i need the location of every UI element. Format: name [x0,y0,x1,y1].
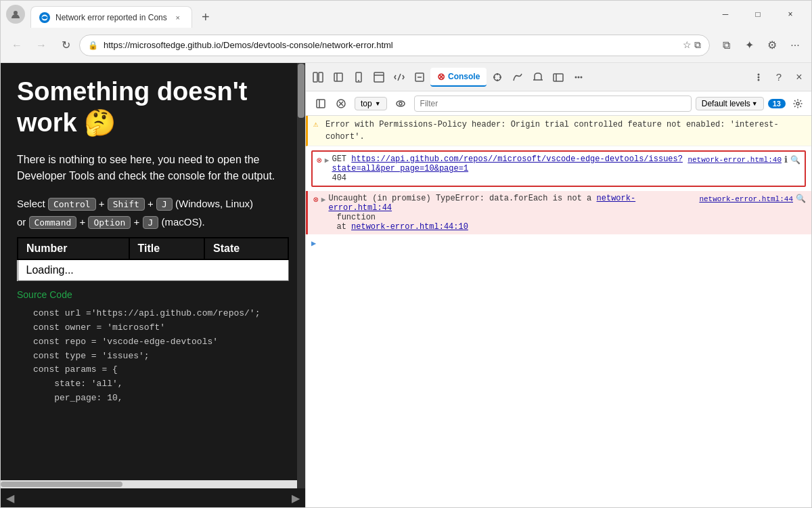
get-source-link[interactable]: network-error.html:40 [687,156,782,164]
code-block: const url ='https://api.github.com/repos… [17,304,289,408]
browser-window: Network error reported in Cons × + ─ □ ×… [0,0,812,508]
warning-text: Error with Permissions-Policy header: Or… [325,119,806,143]
svg-point-24 [758,73,760,75]
devtools-top-toolbar: ⊗ Console [306,63,811,91]
col-state: State [204,238,288,259]
new-tab-button[interactable]: + [195,6,217,28]
devtools-help-button[interactable]: ? [769,68,788,87]
level-selector[interactable]: Default levels ▼ [696,97,764,110]
control-key: Control [48,198,96,211]
tab-memory[interactable] [528,68,547,87]
close-button[interactable]: × [775,3,806,25]
typeerror-content: Uncaught (in promise) TypeError: data.fo… [328,194,696,232]
get-info-icon[interactable]: ℹ [784,154,788,165]
command-key: Command [29,216,77,229]
tab-network-code[interactable] [390,68,409,87]
console-sidebar-btn[interactable] [311,94,330,113]
url-bar-actions: ☆ ⧉ [683,39,701,51]
code-line-7: per_page: 10, [17,391,289,406]
get-search-icon[interactable]: 🔍 [790,155,800,165]
more-button[interactable]: ··· [784,35,806,56]
webpage-scroll-thumb[interactable] [1,482,122,487]
console-settings-btn[interactable] [790,96,806,112]
typeerror-detail: function [328,213,696,222]
plus4: + [134,216,140,228]
scroll-left-btn[interactable]: ◀ [6,492,14,505]
devtools-sidebar-toggle[interactable] [309,68,328,87]
url-bar[interactable]: 🔒 https://microsoftedge.github.io/Demos/… [79,35,710,56]
minimize-button[interactable]: ─ [710,3,741,25]
svg-point-22 [581,76,583,78]
browser-toolbar: ⧉ ✦ ⚙ ··· [715,35,806,56]
tab-sources[interactable] [488,68,507,87]
devtools-close-button[interactable]: × [790,68,809,87]
get-expand-arrow[interactable]: ▶ [325,156,330,165]
tab-console[interactable]: ⊗ Console [430,68,487,87]
svg-point-26 [758,79,760,81]
tab-device[interactable] [410,68,429,87]
tab-more[interactable] [569,68,588,87]
tab-title: Network error reported in Cons [55,13,167,22]
tab-application[interactable] [549,68,568,87]
typeerror-icon: ⊗ [313,194,319,205]
select-label: Select [17,198,45,209]
devtools-more-options[interactable] [749,68,768,87]
keyboard-hint-line1: Select Control + Shift + J (Windows, Lin… [17,198,289,211]
profile-avatar[interactable] [6,5,25,24]
data-table: Number Title State Loading... [17,237,289,281]
typeerror-search-icon[interactable]: 🔍 [796,194,806,204]
devtools-console-toolbar: top ▼ Default levels ▼ 13 [306,91,811,116]
tab-performance[interactable] [508,68,527,87]
typeerror-at: at network-error.html:44:10 [328,222,696,232]
option-key: Option [88,216,131,229]
plus3: + [79,216,85,228]
refresh-button[interactable]: ↻ [55,35,76,56]
favorites-icon[interactable]: ☆ [683,39,692,51]
typeerror-message: ⊗ ▶ Uncaught (in promise) TypeError: dat… [306,191,811,234]
tab-close-button[interactable]: × [173,12,183,23]
lock-icon: 🔒 [88,41,98,50]
typeerror-row: ⊗ ▶ Uncaught (in promise) TypeError: dat… [313,194,806,232]
typeerror-expand-arrow[interactable]: ▶ [321,195,326,204]
scroll-right-btn[interactable]: ▶ [292,492,300,505]
or-label: or [17,216,26,228]
svg-rect-27 [317,100,325,108]
collections-icon[interactable]: ⧉ [694,39,701,51]
split-screen-button[interactable]: ⧉ [715,35,737,56]
webpage-right-scroll-thumb[interactable] [298,64,304,118]
webpage-scrollbar[interactable] [1,480,297,488]
svg-rect-2 [313,72,317,82]
typeerror-at-link[interactable]: network-error.html:44:10 [351,222,468,232]
webpage-right-scrollbar[interactable] [297,63,305,488]
code-line-3: const repo = 'vscode-edge-devtools' [17,335,289,350]
typeerror-source-link[interactable]: network-error.html:44 [699,195,793,203]
j-key2: J [143,216,159,229]
shift-key: Shift [108,198,145,211]
tab-elements[interactable] [369,68,388,87]
col-number: Number [18,238,129,259]
active-tab[interactable]: Network error reported in Cons × [30,6,192,28]
filter-input[interactable] [414,96,692,112]
context-selector[interactable]: top ▼ [355,97,387,110]
devtools-device-button[interactable] [349,68,368,87]
warning-message: ⚠ Error with Permissions-Policy header: … [306,116,811,146]
get-url[interactable]: https://api.github.com/repos//microsoft/… [332,154,683,173]
maximize-button[interactable]: □ [742,3,773,25]
console-prompt-arrow[interactable]: ▶ [306,234,811,253]
eye-button[interactable] [391,94,410,113]
url-text: https://microsoftedge.github.io/Demos/de… [104,40,677,50]
svg-point-23 [575,76,577,78]
page-heading: Something doesn't work 🤔 [17,77,289,138]
devtools-inspect-button[interactable] [329,68,348,87]
svg-line-10 [398,74,401,81]
console-clear-btn[interactable] [332,94,351,113]
settings-button[interactable]: ⚙ [761,35,783,56]
console-messages: ⚠ Error with Permissions-Policy header: … [306,116,811,507]
get-error-right: network-error.html:40 ℹ 🔍 [687,154,800,165]
copilot-button[interactable]: ✦ [738,35,760,56]
forward-button[interactable]: → [30,35,52,56]
devtools-panel: ⊗ Console [305,63,811,507]
refresh-icon: ↻ [62,39,70,51]
tab-bar: Network error reported in Cons × + [30,1,699,28]
back-button[interactable]: ← [6,35,28,56]
